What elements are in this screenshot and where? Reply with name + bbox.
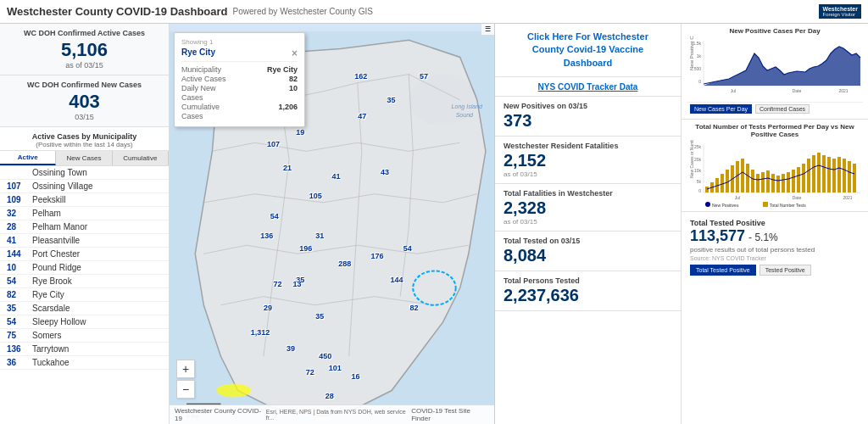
popup-row-cumulative: Cumulative 1,206 (181, 103, 298, 111)
total-fatalities-row: Total Fatalities in Westchester 2,328 as… (495, 184, 681, 232)
svg-point-8 (216, 383, 250, 397)
chart1-section: New Positive Cases Per Day New Positive … (682, 24, 868, 120)
muni-name: Pelham Manor (32, 222, 87, 232)
list-item: 144Port Chester (0, 248, 169, 261)
chart2-section: Total Number of Tests Performed Per Day … (682, 120, 868, 212)
chart1-tab-new[interactable]: New Cases Per Day (690, 104, 752, 114)
resident-fatalities-label: Westchester Resident Fatalities (504, 142, 672, 150)
map-number-label: 16 (351, 372, 359, 381)
popup-row-daily2: Cases (181, 93, 298, 102)
total-persons-row: Total Persons Tested 2,237,636 (495, 271, 681, 311)
popup-city: Rye City (181, 47, 215, 59)
charts-panel: New Positive Cases Per Day New Positive … (682, 24, 868, 424)
active-cases-title: WC DOH Confirmed Active Cases (8, 29, 160, 39)
map-number-label: 136 (260, 232, 273, 240)
svg-text:2021: 2021 (838, 88, 848, 93)
muni-count: 54 (7, 276, 32, 286)
total-tested-value: 113,577 (690, 227, 745, 246)
tab-new-cases[interactable]: New Cases (56, 151, 112, 165)
svg-text:0: 0 (698, 79, 701, 84)
chart1-svg: New Positive Cases 1.5k 1k 500 0 Jul Dat… (687, 36, 863, 100)
popup-header: Rye City × (181, 47, 298, 62)
muni-name: Pleasantville (32, 236, 80, 245)
popup-row-active: Active Cases 82 (181, 75, 298, 83)
resident-fatalities-value: 2,152 (504, 150, 672, 170)
map-number-label: 47 (358, 112, 366, 120)
zoom-out-button[interactable]: − (176, 380, 195, 399)
muni-count: 32 (7, 209, 32, 218)
svg-text:1.5k: 1.5k (693, 41, 702, 46)
map-list-icon[interactable]: ☰ (485, 25, 491, 33)
svg-rect-56 (848, 161, 851, 192)
map-number-label: 43 (381, 168, 389, 176)
svg-marker-16 (704, 47, 860, 86)
map-number-label: 39 (287, 344, 295, 353)
new-positives-label: New Positives on 03/15 (504, 102, 672, 110)
tt-tab-total[interactable]: Total Tested Positive (690, 265, 756, 276)
active-cases-value: 5,106 (8, 39, 160, 61)
muni-count: 54 (7, 317, 32, 326)
muni-name: Tuckahoe (32, 358, 70, 367)
svg-rect-39 (761, 172, 765, 192)
svg-rect-40 (766, 170, 770, 192)
map-number-label: 450 (319, 352, 331, 360)
map-popup: Showing 1 Rye City × Municipality Rye Ci… (174, 32, 305, 127)
svg-rect-42 (776, 176, 780, 192)
svg-rect-54 (837, 157, 841, 192)
tt-tab-positive[interactable]: Tested Positive (760, 265, 811, 276)
svg-text:Jul: Jul (731, 88, 736, 93)
resident-fatalities-row: Westchester Resident Fatalities 2,152 as… (495, 137, 681, 184)
map-number-label: 162 (354, 72, 367, 81)
left-panel: WC DOH Confirmed Active Cases 5,106 as o… (0, 24, 170, 424)
muni-name: Scarsdale (32, 304, 70, 313)
list-item: 35Scarsdale (0, 302, 169, 315)
popup-close-button[interactable]: × (292, 47, 298, 59)
map-number-label: 196 (299, 244, 312, 253)
svg-text:10k: 10k (694, 168, 702, 173)
list-item: 75Somers (0, 329, 169, 343)
chart2-svg: New Cases or Number of Tests 25k 20k 10k… (687, 140, 863, 208)
muni-count: 28 (7, 222, 32, 232)
svg-text:20k: 20k (694, 157, 702, 162)
total-persons-label: Total Persons Tested (504, 276, 672, 285)
map-number-label: 28 (326, 392, 334, 400)
list-item: 109Peekskill (0, 193, 169, 207)
muni-name: Pound Ridge (32, 263, 81, 272)
map-number-label: 72 (306, 368, 314, 377)
map-attribution: Esri, HERE, NPS | Data from NYS DOH, web… (266, 409, 411, 421)
svg-text:Jul: Jul (735, 195, 740, 200)
svg-rect-31 (721, 174, 724, 192)
list-item: 32Pelham (0, 207, 169, 220)
municipality-list: Ossining Town107Ossining Village109Peeks… (0, 166, 169, 424)
total-tested-sub: positive results out of total persons te… (690, 246, 860, 254)
chart1-tab-confirmed[interactable]: Confirmed Cases (755, 104, 810, 114)
map-panel: Long Island Sound 0 5km 0 4mi 1625735471… (170, 24, 495, 424)
municipality-section: Active Cases by Municipality (Positive w… (0, 127, 169, 151)
map-bottom-left[interactable]: Westchester County COVID-19 (175, 407, 266, 422)
svg-rect-37 (751, 170, 754, 192)
muni-name: Pelham (32, 209, 61, 218)
muni-name: Somers (32, 331, 61, 340)
svg-text:5k: 5k (697, 179, 702, 184)
logo: Westchester Foreign Visitor (819, 4, 861, 19)
zoom-in-button[interactable]: + (176, 360, 195, 378)
svg-text:Long Island: Long Island (452, 103, 484, 110)
muni-name: Rye Brook (32, 276, 72, 286)
tab-active[interactable]: Active (0, 151, 56, 165)
muni-name: Tarrytown (32, 344, 69, 354)
map-number-label: 176 (370, 252, 383, 260)
header: Westchester County COVID-19 Dashboard Po… (0, 0, 868, 24)
muni-count: 36 (7, 358, 32, 367)
total-fatalities-value: 2,328 (504, 198, 672, 218)
svg-text:Sound: Sound (456, 112, 474, 118)
svg-text:2021: 2021 (843, 195, 852, 200)
nys-tracker-link[interactable]: NYS COVID Tracker Data (538, 82, 638, 92)
map-number-label: 35 (315, 312, 324, 321)
logo-box: Westchester Foreign Visitor (819, 4, 861, 19)
svg-text:Date: Date (793, 195, 802, 200)
map-number-label: 107 (267, 140, 280, 148)
map-bottom-right[interactable]: COVID-19 Test Site Finder (411, 407, 489, 422)
tab-cumulative[interactable]: Cumulative (113, 151, 169, 165)
list-item: Ossining Town (0, 166, 169, 180)
vaccine-link[interactable]: Click Here For Westchester County Covid-… (527, 31, 648, 68)
